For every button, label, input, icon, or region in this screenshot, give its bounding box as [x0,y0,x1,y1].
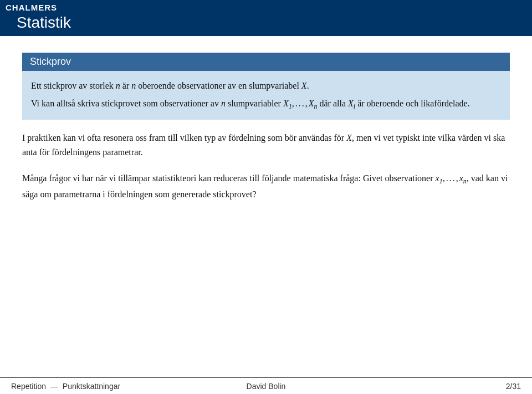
stickprov-box: Stickprov Ett stickprov av storlek n är … [22,53,510,120]
stickprov-line2: Vi kan alltså skriva stickprovet som obs… [31,96,501,112]
footer-punktskattningar: Punktskattningar [63,382,120,391]
stickprov-line1: Ett stickprov av storlek n är n oberoend… [31,79,501,93]
main-content: Stickprov Ett stickprov av storlek n är … [0,36,532,224]
stickprov-heading: Stickprov [22,53,510,71]
header: CHALMERS Statistik [0,0,532,36]
footer-page: 2/31 [506,382,521,391]
paragraph-2: Många frågor vi har när vi tillämpar sta… [22,171,510,202]
footer: Repetition — Punktskattningar David Boli… [0,377,532,394]
page-title: Statistik [11,14,71,32]
footer-author: David Bolin [247,382,286,391]
stickprov-body: Ett stickprov av storlek n är n oberoend… [22,71,510,120]
footer-center: David Bolin [247,382,286,391]
footer-repetition: Repetition [11,382,46,391]
footer-separator: — [48,382,60,391]
footer-left: Repetition — Punktskattningar [11,382,120,391]
chalmers-logo: CHALMERS [6,3,57,12]
paragraph-1: I praktiken kan vi ofta resonera oss fra… [22,131,510,160]
